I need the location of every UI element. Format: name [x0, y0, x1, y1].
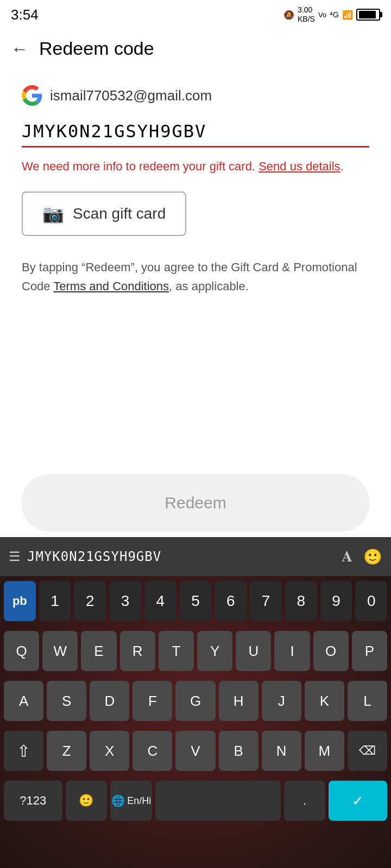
keyboard-row-2: A S D F G H J K L: [0, 676, 391, 726]
key-y[interactable]: Y: [197, 631, 232, 671]
error-message: We need more info to redeem your gift ca…: [22, 157, 369, 175]
status-icons: 🔕 3.00KB/S Vo ⁴G 📶 97: [283, 5, 380, 24]
key-p[interactable]: P: [352, 631, 387, 671]
camera-icon: 📷: [42, 203, 64, 224]
key-6[interactable]: 6: [215, 581, 247, 621]
key-d[interactable]: D: [90, 681, 129, 721]
redeem-button[interactable]: Redeem: [22, 474, 369, 532]
main-content: ismail770532@gmail.com We need more info…: [0, 69, 391, 312]
key-r[interactable]: R: [120, 631, 155, 671]
symbols-key[interactable]: ?123: [4, 781, 62, 821]
header: ← Redeem code: [0, 28, 391, 69]
back-button[interactable]: ←: [11, 40, 28, 58]
period-key[interactable]: .: [284, 781, 326, 821]
key-9[interactable]: 9: [320, 581, 352, 621]
pb-key[interactable]: pb: [4, 581, 36, 621]
language-switch-key[interactable]: 🌐 En/Hi: [110, 781, 152, 821]
key-l[interactable]: L: [348, 681, 387, 721]
space-key[interactable]: [155, 781, 280, 821]
delete-key[interactable]: ⌫: [348, 731, 387, 771]
key-f[interactable]: F: [133, 681, 172, 721]
key-j[interactable]: J: [262, 681, 301, 721]
key-c[interactable]: C: [133, 731, 172, 771]
vo-icon: Vo: [318, 11, 326, 19]
key-7[interactable]: 7: [250, 581, 282, 621]
scan-gift-card-button[interactable]: 📷 Scan gift card: [22, 192, 186, 236]
key-s[interactable]: S: [47, 681, 86, 721]
send-details-link[interactable]: Send us details: [258, 159, 340, 173]
key-w[interactable]: W: [42, 631, 78, 671]
code-input[interactable]: [22, 121, 369, 142]
redeem-label: Redeem: [165, 494, 226, 512]
page-title: Redeem code: [39, 38, 154, 59]
suggestion-left: ☰ JMYK0N21GSYH9GBV: [9, 549, 161, 564]
error-suffix: .: [340, 159, 344, 173]
keyboard-content: ☰ JMYK0N21GSYH9GBV 𝐀 🙂 pb 1 2 3 4 5 6 7 …: [0, 537, 391, 826]
keyboard-suggestion-bar: ☰ JMYK0N21GSYH9GBV 𝐀 🙂: [0, 537, 391, 576]
account-row: ismail770532@gmail.com: [22, 85, 369, 106]
key-b[interactable]: B: [219, 731, 258, 771]
emoji-button[interactable]: 🙂: [363, 548, 382, 566]
terms-link[interactable]: Terms and Conditions: [53, 279, 169, 293]
key-v[interactable]: V: [175, 731, 215, 771]
key-0[interactable]: 0: [355, 581, 387, 621]
key-x[interactable]: X: [90, 731, 129, 771]
battery-level: 97: [360, 11, 366, 18]
key-1[interactable]: 1: [39, 581, 71, 621]
keyboard-row-3: ⇧ Z X C V B N M ⌫: [0, 726, 391, 776]
key-u[interactable]: U: [236, 631, 271, 671]
notification-icon: 🔕: [283, 10, 294, 20]
key-a[interactable]: A: [4, 681, 43, 721]
key-k[interactable]: K: [305, 681, 344, 721]
terms-suffix: , as applicable.: [169, 279, 249, 293]
error-text: We need more info to redeem your gift ca…: [22, 159, 255, 173]
key-e[interactable]: E: [81, 631, 116, 671]
data-speed: 3.00KB/S: [298, 5, 315, 24]
key-q[interactable]: Q: [4, 631, 39, 671]
key-3[interactable]: 3: [109, 581, 141, 621]
google-logo: [22, 85, 42, 106]
clipboard-icon: ☰: [9, 549, 21, 564]
key-8[interactable]: 8: [285, 581, 317, 621]
signal-bars: 📶: [342, 10, 353, 20]
battery-icon: 97: [356, 9, 380, 21]
key-g[interactable]: G: [175, 681, 215, 721]
key-z[interactable]: Z: [47, 731, 86, 771]
keyboard-row-1: Q W E R T Y U I O P: [0, 626, 391, 676]
status-time: 3:54: [11, 7, 39, 23]
key-h[interactable]: H: [219, 681, 258, 721]
key-4[interactable]: 4: [144, 581, 176, 621]
shift-key[interactable]: ⇧: [4, 731, 43, 771]
status-bar: 3:54 🔕 3.00KB/S Vo ⁴G 📶 97: [0, 0, 391, 28]
account-email: ismail770532@gmail.com: [50, 87, 212, 104]
emoji-face-key[interactable]: 🙂: [66, 781, 108, 821]
keyboard: ☰ JMYK0N21GSYH9GBV 𝐀 🙂 pb 1 2 3 4 5 6 7 …: [0, 537, 391, 868]
code-input-wrapper[interactable]: [22, 121, 369, 148]
suggestion-text[interactable]: JMYK0N21GSYH9GBV: [27, 549, 161, 564]
enter-key[interactable]: ✓: [329, 781, 387, 821]
key-2[interactable]: 2: [74, 581, 106, 621]
font-button[interactable]: 𝐀: [342, 548, 352, 566]
key-o[interactable]: O: [313, 631, 349, 671]
signal-4g: ⁴G: [330, 10, 339, 19]
key-n[interactable]: N: [262, 731, 301, 771]
terms-text: By tapping “Redeem”, you agree to the Gi…: [22, 258, 369, 296]
key-t[interactable]: T: [159, 631, 194, 671]
keyboard-bottom-row: ?123 🙂 🌐 En/Hi . ✓: [0, 776, 391, 826]
scan-button-label: Scan gift card: [73, 205, 166, 222]
key-i[interactable]: I: [274, 631, 310, 671]
key-m[interactable]: M: [305, 731, 344, 771]
key-5[interactable]: 5: [180, 581, 212, 621]
keyboard-number-row: pb 1 2 3 4 5 6 7 8 9 0: [0, 576, 391, 626]
suggestion-right: 𝐀 🙂: [342, 548, 382, 566]
